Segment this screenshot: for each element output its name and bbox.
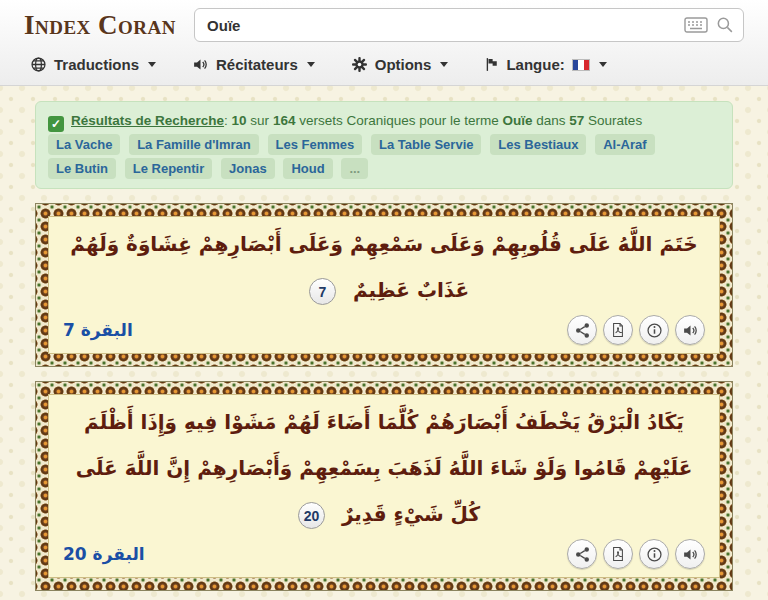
sourate-badge[interactable]: Jonas bbox=[221, 158, 275, 179]
globe-icon bbox=[30, 56, 47, 73]
search-icon[interactable] bbox=[716, 16, 734, 34]
verse-actions bbox=[567, 539, 705, 569]
pdf-button[interactable] bbox=[603, 315, 633, 345]
verse-card-footer: البقرة 20 bbox=[61, 537, 707, 575]
nav-traductions[interactable]: Traductions bbox=[30, 56, 156, 73]
pdf-icon bbox=[610, 322, 626, 338]
ayah-text: يَكَادُ الْبَرْقُ يَخْطَفُ أَبْصَارَهُمْ… bbox=[61, 399, 707, 537]
sourate-badge[interactable]: Les Bestiaux bbox=[490, 134, 586, 155]
sourate-badge[interactable]: Les Femmes bbox=[268, 134, 363, 155]
sourate-ref-link[interactable]: البقرة 20 bbox=[63, 544, 145, 564]
info-icon bbox=[646, 322, 663, 339]
main-content: ✓Résultats de Recherche: 10 sur 164 vers… bbox=[0, 86, 768, 600]
verse-actions bbox=[567, 315, 705, 345]
search-box bbox=[194, 8, 744, 42]
results-text: versets Coraniques pour le terme bbox=[295, 113, 502, 128]
flag-icon bbox=[484, 56, 499, 73]
nav-recitateurs[interactable]: Récitateurs bbox=[192, 56, 315, 73]
verse-card: خَتَمَ اللَّهُ عَلَى قُلُوبِهِمْ وَعَلَى… bbox=[35, 203, 733, 367]
verse-card: يَكَادُ الْبَرْقُ يَخْطَفُ أَبْصَارَهُمْ… bbox=[35, 381, 733, 591]
verse-card-inner: يَكَادُ الْبَرْقُ يَخْطَفُ أَبْصَارَهُمْ… bbox=[48, 394, 720, 578]
info-button[interactable] bbox=[639, 315, 669, 345]
results-dans: dans bbox=[533, 113, 570, 128]
share-icon bbox=[574, 322, 591, 339]
chevron-down-icon bbox=[440, 62, 448, 67]
ayah-arabic: خَتَمَ اللَّهُ عَلَى قُلُوبِهِمْ وَعَلَى… bbox=[70, 232, 697, 302]
ayah-number-badge: 20 bbox=[298, 502, 325, 529]
sourate-ref-link[interactable]: البقرة 7 bbox=[63, 320, 133, 340]
page: Index Coran bbox=[0, 0, 768, 600]
audio-icon bbox=[682, 546, 699, 563]
sourate-badge[interactable]: La Famille d'Imran bbox=[129, 134, 259, 155]
results-term: Ouïe bbox=[503, 113, 533, 128]
info-icon bbox=[646, 546, 663, 563]
results-sur: sur bbox=[247, 113, 273, 128]
search-input[interactable] bbox=[194, 8, 744, 42]
verse-card-footer: البقرة 7 bbox=[61, 313, 707, 351]
nav-langue-label: Langue: bbox=[506, 56, 564, 73]
ayah-arabic: يَكَادُ الْبَرْقُ يَخْطَفُ أَبْصَارَهُمْ… bbox=[76, 410, 693, 526]
info-button[interactable] bbox=[639, 539, 669, 569]
results-colon: : bbox=[224, 113, 232, 128]
ayah-text: خَتَمَ اللَّهُ عَلَى قُلُوبِهِمْ وَعَلَى… bbox=[61, 221, 707, 313]
results-count-total: 164 bbox=[273, 113, 296, 128]
speaker-icon bbox=[192, 56, 209, 73]
audio-button[interactable] bbox=[675, 315, 705, 345]
verse-card-inner: خَتَمَ اللَّهُ عَلَى قُلُوبِهِمْ وَعَلَى… bbox=[48, 216, 720, 354]
results-count-shown: 10 bbox=[232, 113, 247, 128]
pdf-button[interactable] bbox=[603, 539, 633, 569]
sourate-badge-more[interactable]: ... bbox=[341, 158, 368, 179]
header: Index Coran bbox=[0, 0, 768, 86]
results-sourate-count: 57 bbox=[569, 113, 584, 128]
gear-icon bbox=[351, 56, 368, 73]
french-flag-icon bbox=[572, 59, 590, 71]
results-link[interactable]: Résultats de Recherche bbox=[71, 113, 224, 128]
nav-recitateurs-label: Récitateurs bbox=[216, 56, 298, 73]
keyboard-icon[interactable] bbox=[684, 17, 708, 33]
nav-langue[interactable]: Langue: bbox=[484, 56, 606, 73]
sourate-badge[interactable]: Houd bbox=[283, 158, 332, 179]
share-icon bbox=[574, 546, 591, 563]
check-icon: ✓ bbox=[48, 116, 64, 132]
nav-options[interactable]: Options bbox=[351, 56, 449, 73]
search-box-icons bbox=[684, 8, 734, 42]
chevron-down-icon bbox=[307, 62, 315, 67]
ayah-number-badge: 7 bbox=[309, 278, 336, 305]
results-sourates: Sourates bbox=[584, 113, 642, 128]
sourate-badge[interactable]: La Vache bbox=[48, 134, 120, 155]
chevron-down-icon bbox=[148, 62, 156, 67]
nav-traductions-label: Traductions bbox=[54, 56, 139, 73]
nav-options-label: Options bbox=[375, 56, 432, 73]
header-top: Index Coran bbox=[24, 8, 744, 42]
search-results-summary: ✓Résultats de Recherche: 10 sur 164 vers… bbox=[35, 101, 733, 189]
share-button[interactable] bbox=[567, 539, 597, 569]
main-nav: Traductions Récitateurs bbox=[24, 42, 744, 75]
sourate-badge[interactable]: La Table Servie bbox=[371, 134, 481, 155]
chevron-down-icon bbox=[599, 62, 607, 67]
site-logo[interactable]: Index Coran bbox=[24, 10, 176, 41]
sourate-badge[interactable]: Le Repentir bbox=[125, 158, 213, 179]
share-button[interactable] bbox=[567, 315, 597, 345]
pdf-icon bbox=[610, 546, 626, 562]
sourate-badge[interactable]: Al-Araf bbox=[595, 134, 654, 155]
sourate-badge[interactable]: Le Butin bbox=[48, 158, 116, 179]
audio-icon bbox=[682, 322, 699, 339]
audio-button[interactable] bbox=[675, 539, 705, 569]
